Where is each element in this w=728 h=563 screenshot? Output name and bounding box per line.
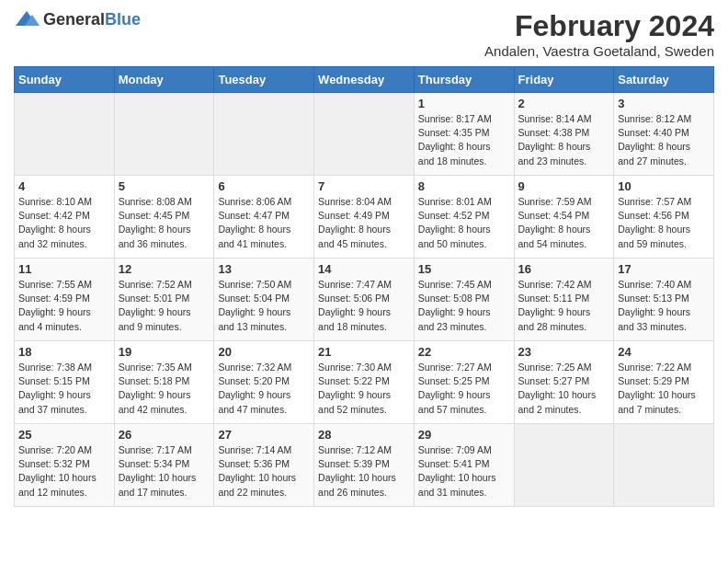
calendar-cell: 17Sunrise: 7:40 AM Sunset: 5:13 PM Dayli…	[614, 259, 714, 341]
calendar-cell: 2Sunrise: 8:14 AM Sunset: 4:38 PM Daylig…	[514, 93, 614, 176]
main-title: February 2024	[484, 9, 714, 43]
day-info: Sunrise: 8:17 AM Sunset: 4:35 PM Dayligh…	[418, 112, 510, 168]
day-number: 14	[318, 262, 410, 276]
day-info: Sunrise: 7:14 AM Sunset: 5:36 PM Dayligh…	[218, 443, 310, 500]
calendar-cell	[314, 93, 415, 176]
day-number: 24	[618, 345, 710, 359]
weekday-header-row: SundayMondayTuesdayWednesdayThursdayFrid…	[15, 67, 714, 93]
weekday-header-wednesday: Wednesday	[314, 67, 415, 93]
calendar-cell	[514, 424, 614, 507]
day-info: Sunrise: 7:47 AM Sunset: 5:06 PM Dayligh…	[318, 278, 410, 334]
day-info: Sunrise: 7:50 AM Sunset: 5:04 PM Dayligh…	[218, 278, 310, 334]
day-info: Sunrise: 8:08 AM Sunset: 4:45 PM Dayligh…	[119, 195, 210, 251]
day-number: 1	[418, 97, 510, 110]
calendar-cell: 13Sunrise: 7:50 AM Sunset: 5:04 PM Dayli…	[214, 259, 314, 341]
day-info: Sunrise: 7:52 AM Sunset: 5:01 PM Dayligh…	[119, 278, 210, 334]
day-number: 23	[518, 345, 610, 359]
day-number: 6	[218, 179, 310, 193]
day-info: Sunrise: 7:30 AM Sunset: 5:22 PM Dayligh…	[318, 361, 410, 417]
weekday-header-friday: Friday	[514, 67, 614, 93]
weekday-header-tuesday: Tuesday	[214, 67, 314, 93]
day-info: Sunrise: 8:14 AM Sunset: 4:38 PM Dayligh…	[518, 112, 610, 168]
logo: GeneralBlue	[14, 9, 141, 29]
day-info: Sunrise: 7:32 AM Sunset: 5:20 PM Dayligh…	[218, 361, 310, 417]
calendar-cell: 15Sunrise: 7:45 AM Sunset: 5:08 PM Dayli…	[414, 259, 514, 341]
day-number: 10	[618, 179, 710, 193]
day-number: 16	[518, 262, 610, 276]
calendar-week-row: 1Sunrise: 8:17 AM Sunset: 4:35 PM Daylig…	[15, 93, 714, 176]
calendar-cell	[214, 93, 314, 176]
calendar-cell	[15, 93, 115, 176]
day-number: 27	[218, 428, 310, 442]
header: GeneralBlue February 2024 Andalen, Vaest…	[14, 9, 714, 59]
day-info: Sunrise: 7:38 AM Sunset: 5:15 PM Dayligh…	[18, 361, 110, 417]
calendar-table: SundayMondayTuesdayWednesdayThursdayFrid…	[14, 66, 714, 507]
calendar-body: 1Sunrise: 8:17 AM Sunset: 4:35 PM Daylig…	[15, 93, 714, 507]
calendar-cell: 7Sunrise: 8:04 AM Sunset: 4:49 PM Daylig…	[314, 176, 415, 259]
day-info: Sunrise: 7:57 AM Sunset: 4:56 PM Dayligh…	[618, 195, 710, 251]
calendar-cell: 29Sunrise: 7:09 AM Sunset: 5:41 PM Dayli…	[414, 424, 514, 507]
calendar-cell: 24Sunrise: 7:22 AM Sunset: 5:29 PM Dayli…	[614, 341, 714, 424]
logo-text-general: General	[43, 10, 105, 29]
day-number: 28	[318, 428, 410, 442]
calendar-cell: 20Sunrise: 7:32 AM Sunset: 5:20 PM Dayli…	[214, 341, 314, 424]
day-info: Sunrise: 7:35 AM Sunset: 5:18 PM Dayligh…	[119, 361, 210, 417]
calendar-cell: 27Sunrise: 7:14 AM Sunset: 5:36 PM Dayli…	[214, 424, 314, 507]
calendar-cell: 14Sunrise: 7:47 AM Sunset: 5:06 PM Dayli…	[314, 259, 415, 341]
day-number: 7	[318, 179, 410, 193]
day-number: 9	[518, 179, 610, 193]
calendar-cell: 23Sunrise: 7:25 AM Sunset: 5:27 PM Dayli…	[514, 341, 614, 424]
day-info: Sunrise: 7:42 AM Sunset: 5:11 PM Dayligh…	[518, 278, 610, 334]
day-info: Sunrise: 7:55 AM Sunset: 4:59 PM Dayligh…	[18, 278, 110, 334]
day-info: Sunrise: 7:59 AM Sunset: 4:54 PM Dayligh…	[518, 195, 610, 251]
day-info: Sunrise: 7:40 AM Sunset: 5:13 PM Dayligh…	[618, 278, 710, 334]
day-number: 4	[18, 179, 110, 193]
day-number: 8	[418, 179, 510, 193]
day-info: Sunrise: 8:04 AM Sunset: 4:49 PM Dayligh…	[318, 195, 410, 251]
day-info: Sunrise: 8:01 AM Sunset: 4:52 PM Dayligh…	[418, 195, 510, 251]
day-info: Sunrise: 7:22 AM Sunset: 5:29 PM Dayligh…	[618, 361, 710, 417]
day-number: 2	[518, 97, 610, 110]
day-number: 20	[218, 345, 310, 359]
calendar-cell: 21Sunrise: 7:30 AM Sunset: 5:22 PM Dayli…	[314, 341, 415, 424]
calendar-cell	[114, 93, 214, 176]
calendar-cell: 19Sunrise: 7:35 AM Sunset: 5:18 PM Dayli…	[114, 341, 214, 424]
calendar-week-row: 25Sunrise: 7:20 AM Sunset: 5:32 PM Dayli…	[15, 424, 714, 507]
calendar-cell: 16Sunrise: 7:42 AM Sunset: 5:11 PM Dayli…	[514, 259, 614, 341]
day-number: 3	[618, 97, 710, 110]
day-number: 11	[18, 262, 110, 276]
logo-text-blue: Blue	[105, 10, 141, 29]
day-number: 29	[418, 428, 510, 442]
day-number: 25	[18, 428, 110, 442]
calendar-cell: 12Sunrise: 7:52 AM Sunset: 5:01 PM Dayli…	[114, 259, 214, 341]
day-number: 12	[119, 262, 210, 276]
calendar-cell: 9Sunrise: 7:59 AM Sunset: 4:54 PM Daylig…	[514, 176, 614, 259]
calendar-week-row: 11Sunrise: 7:55 AM Sunset: 4:59 PM Dayli…	[15, 259, 714, 341]
calendar-cell: 8Sunrise: 8:01 AM Sunset: 4:52 PM Daylig…	[414, 176, 514, 259]
weekday-header-saturday: Saturday	[614, 67, 714, 93]
weekday-header-thursday: Thursday	[414, 67, 514, 93]
subtitle: Andalen, Vaestra Goetaland, Sweden	[484, 43, 714, 59]
day-number: 26	[119, 428, 210, 442]
day-info: Sunrise: 8:06 AM Sunset: 4:47 PM Dayligh…	[218, 195, 310, 251]
day-info: Sunrise: 7:09 AM Sunset: 5:41 PM Dayligh…	[418, 443, 510, 500]
calendar-cell: 6Sunrise: 8:06 AM Sunset: 4:47 PM Daylig…	[214, 176, 314, 259]
calendar-cell: 10Sunrise: 7:57 AM Sunset: 4:56 PM Dayli…	[614, 176, 714, 259]
day-number: 18	[18, 345, 110, 359]
calendar-cell: 11Sunrise: 7:55 AM Sunset: 4:59 PM Dayli…	[15, 259, 115, 341]
day-number: 19	[119, 345, 210, 359]
weekday-header-sunday: Sunday	[15, 67, 115, 93]
day-info: Sunrise: 7:45 AM Sunset: 5:08 PM Dayligh…	[418, 278, 510, 334]
day-number: 15	[418, 262, 510, 276]
calendar-cell: 3Sunrise: 8:12 AM Sunset: 4:40 PM Daylig…	[614, 93, 714, 176]
day-number: 17	[618, 262, 710, 276]
day-info: Sunrise: 8:12 AM Sunset: 4:40 PM Dayligh…	[618, 112, 710, 168]
calendar-cell: 22Sunrise: 7:27 AM Sunset: 5:25 PM Dayli…	[414, 341, 514, 424]
day-info: Sunrise: 7:12 AM Sunset: 5:39 PM Dayligh…	[318, 443, 410, 500]
calendar-week-row: 4Sunrise: 8:10 AM Sunset: 4:42 PM Daylig…	[15, 176, 714, 259]
calendar-header: SundayMondayTuesdayWednesdayThursdayFrid…	[15, 67, 714, 93]
calendar-cell: 18Sunrise: 7:38 AM Sunset: 5:15 PM Dayli…	[15, 341, 115, 424]
day-info: Sunrise: 7:17 AM Sunset: 5:34 PM Dayligh…	[119, 443, 210, 500]
day-info: Sunrise: 7:20 AM Sunset: 5:32 PM Dayligh…	[18, 443, 110, 500]
logo-icon	[14, 9, 40, 29]
